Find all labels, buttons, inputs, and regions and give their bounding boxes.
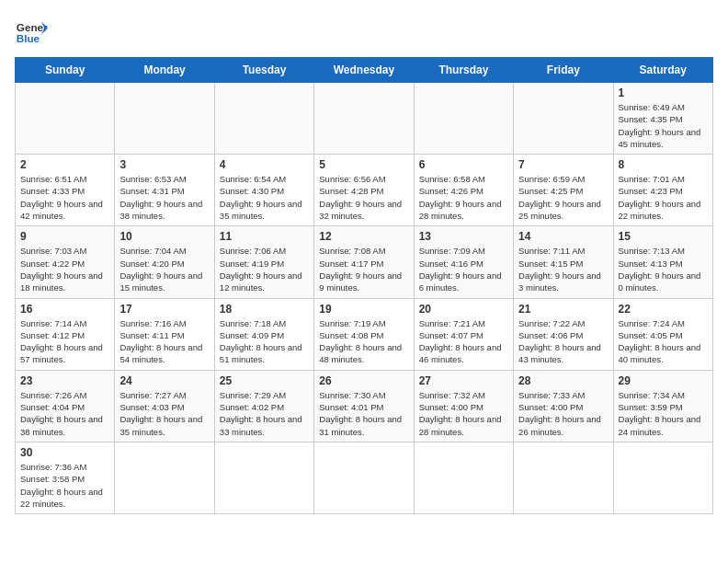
day-info: Sunrise: 6:54 AM Sunset: 4:30 PM Dayligh… bbox=[220, 173, 309, 222]
day-of-week-header: Wednesday bbox=[314, 58, 414, 83]
day-number: 1 bbox=[619, 86, 708, 99]
day-info: Sunrise: 7:21 AM Sunset: 4:07 PM Dayligh… bbox=[419, 317, 508, 366]
day-number: 8 bbox=[619, 158, 708, 171]
day-number: 22 bbox=[619, 303, 708, 316]
calendar-day-cell bbox=[414, 83, 513, 155]
calendar-week-row: 9Sunrise: 7:03 AM Sunset: 4:22 PM Daylig… bbox=[16, 226, 713, 298]
calendar-day-cell bbox=[514, 442, 613, 513]
calendar-day-cell: 2Sunrise: 6:51 AM Sunset: 4:33 PM Daylig… bbox=[16, 155, 115, 226]
day-number: 12 bbox=[319, 230, 408, 243]
day-info: Sunrise: 7:22 AM Sunset: 4:06 PM Dayligh… bbox=[518, 317, 608, 366]
calendar-day-cell bbox=[514, 83, 613, 155]
calendar-day-cell bbox=[16, 83, 115, 155]
day-info: Sunrise: 7:32 AM Sunset: 4:00 PM Dayligh… bbox=[419, 389, 508, 438]
day-of-week-header: Monday bbox=[115, 58, 214, 83]
calendar-day-cell bbox=[613, 442, 712, 513]
calendar-day-cell bbox=[314, 442, 414, 513]
calendar-day-cell bbox=[414, 442, 513, 513]
calendar-day-cell bbox=[214, 442, 313, 513]
calendar-day-cell: 4Sunrise: 6:54 AM Sunset: 4:30 PM Daylig… bbox=[214, 155, 313, 226]
day-info: Sunrise: 7:13 AM Sunset: 4:13 PM Dayligh… bbox=[619, 245, 708, 293]
calendar-day-cell: 7Sunrise: 6:59 AM Sunset: 4:25 PM Daylig… bbox=[514, 155, 613, 226]
day-info: Sunrise: 6:56 AM Sunset: 4:28 PM Dayligh… bbox=[319, 173, 408, 222]
day-info: Sunrise: 7:26 AM Sunset: 4:04 PM Dayligh… bbox=[20, 389, 109, 438]
calendar-day-cell: 8Sunrise: 7:01 AM Sunset: 4:23 PM Daylig… bbox=[613, 155, 712, 226]
calendar-day-cell bbox=[115, 83, 214, 155]
calendar-day-cell: 9Sunrise: 7:03 AM Sunset: 4:22 PM Daylig… bbox=[16, 226, 115, 298]
calendar-day-cell: 17Sunrise: 7:16 AM Sunset: 4:11 PM Dayli… bbox=[115, 298, 214, 370]
day-info: Sunrise: 7:33 AM Sunset: 4:00 PM Dayligh… bbox=[518, 389, 608, 438]
day-number: 18 bbox=[220, 303, 309, 316]
day-number: 10 bbox=[119, 230, 209, 243]
calendar-day-cell: 10Sunrise: 7:04 AM Sunset: 4:20 PM Dayli… bbox=[115, 226, 214, 298]
day-number: 27 bbox=[419, 374, 508, 387]
calendar-day-cell: 3Sunrise: 6:53 AM Sunset: 4:31 PM Daylig… bbox=[115, 155, 214, 226]
day-number: 15 bbox=[619, 230, 708, 243]
day-number: 28 bbox=[518, 374, 608, 387]
page-header: General Blue bbox=[15, 15, 713, 48]
day-number: 23 bbox=[20, 374, 109, 387]
calendar-day-cell: 5Sunrise: 6:56 AM Sunset: 4:28 PM Daylig… bbox=[314, 155, 414, 226]
day-number: 11 bbox=[220, 230, 309, 243]
day-number: 9 bbox=[20, 230, 109, 243]
day-number: 6 bbox=[419, 158, 508, 171]
day-of-week-header: Saturday bbox=[613, 58, 712, 83]
day-info: Sunrise: 7:14 AM Sunset: 4:12 PM Dayligh… bbox=[20, 317, 109, 366]
day-number: 14 bbox=[518, 230, 608, 243]
calendar-day-cell: 18Sunrise: 7:18 AM Sunset: 4:09 PM Dayli… bbox=[214, 298, 313, 370]
calendar-day-cell: 30Sunrise: 7:36 AM Sunset: 3:58 PM Dayli… bbox=[16, 442, 115, 513]
day-info: Sunrise: 7:27 AM Sunset: 4:03 PM Dayligh… bbox=[119, 389, 209, 438]
calendar-table: SundayMondayTuesdayWednesdayThursdayFrid… bbox=[15, 57, 713, 514]
day-info: Sunrise: 7:16 AM Sunset: 4:11 PM Dayligh… bbox=[119, 317, 209, 366]
day-info: Sunrise: 7:18 AM Sunset: 4:09 PM Dayligh… bbox=[220, 317, 309, 366]
day-info: Sunrise: 7:01 AM Sunset: 4:23 PM Dayligh… bbox=[619, 173, 708, 222]
day-number: 17 bbox=[119, 303, 209, 316]
calendar-day-cell: 12Sunrise: 7:08 AM Sunset: 4:17 PM Dayli… bbox=[314, 226, 414, 298]
logo: General Blue bbox=[15, 15, 48, 48]
calendar-day-cell bbox=[314, 83, 414, 155]
day-number: 20 bbox=[419, 303, 508, 316]
calendar-day-cell: 27Sunrise: 7:32 AM Sunset: 4:00 PM Dayli… bbox=[414, 370, 513, 442]
day-info: Sunrise: 7:06 AM Sunset: 4:19 PM Dayligh… bbox=[220, 245, 309, 293]
day-info: Sunrise: 6:51 AM Sunset: 4:33 PM Dayligh… bbox=[20, 173, 109, 222]
calendar-day-cell: 14Sunrise: 7:11 AM Sunset: 4:15 PM Dayli… bbox=[514, 226, 613, 298]
calendar-day-cell: 19Sunrise: 7:19 AM Sunset: 4:08 PM Dayli… bbox=[314, 298, 414, 370]
day-number: 5 bbox=[319, 158, 408, 171]
day-number: 16 bbox=[20, 303, 109, 316]
calendar-day-cell: 24Sunrise: 7:27 AM Sunset: 4:03 PM Dayli… bbox=[115, 370, 214, 442]
day-info: Sunrise: 7:11 AM Sunset: 4:15 PM Dayligh… bbox=[518, 245, 608, 293]
day-info: Sunrise: 6:53 AM Sunset: 4:31 PM Dayligh… bbox=[119, 173, 209, 222]
calendar-day-cell: 26Sunrise: 7:30 AM Sunset: 4:01 PM Dayli… bbox=[314, 370, 414, 442]
calendar-day-cell: 11Sunrise: 7:06 AM Sunset: 4:19 PM Dayli… bbox=[214, 226, 313, 298]
day-number: 25 bbox=[220, 374, 309, 387]
calendar-day-cell: 29Sunrise: 7:34 AM Sunset: 3:59 PM Dayli… bbox=[613, 370, 712, 442]
day-number: 7 bbox=[518, 158, 608, 171]
calendar-day-cell: 28Sunrise: 7:33 AM Sunset: 4:00 PM Dayli… bbox=[514, 370, 613, 442]
calendar-day-cell bbox=[214, 83, 313, 155]
calendar-day-cell: 16Sunrise: 7:14 AM Sunset: 4:12 PM Dayli… bbox=[16, 298, 115, 370]
day-info: Sunrise: 6:58 AM Sunset: 4:26 PM Dayligh… bbox=[419, 173, 508, 222]
day-info: Sunrise: 7:34 AM Sunset: 3:59 PM Dayligh… bbox=[619, 389, 708, 438]
calendar-day-cell: 13Sunrise: 7:09 AM Sunset: 4:16 PM Dayli… bbox=[414, 226, 513, 298]
day-of-week-header: Friday bbox=[514, 58, 613, 83]
day-number: 24 bbox=[119, 374, 209, 387]
day-info: Sunrise: 7:19 AM Sunset: 4:08 PM Dayligh… bbox=[319, 317, 408, 366]
calendar-day-cell: 22Sunrise: 7:24 AM Sunset: 4:05 PM Dayli… bbox=[613, 298, 712, 370]
day-info: Sunrise: 7:04 AM Sunset: 4:20 PM Dayligh… bbox=[119, 245, 209, 293]
calendar-header-row: SundayMondayTuesdayWednesdayThursdayFrid… bbox=[16, 58, 713, 83]
day-number: 30 bbox=[20, 446, 109, 459]
day-number: 26 bbox=[319, 374, 408, 387]
day-number: 2 bbox=[20, 158, 109, 171]
calendar-week-row: 1Sunrise: 6:49 AM Sunset: 4:35 PM Daylig… bbox=[16, 83, 713, 155]
calendar-week-row: 2Sunrise: 6:51 AM Sunset: 4:33 PM Daylig… bbox=[16, 155, 713, 226]
calendar-day-cell: 23Sunrise: 7:26 AM Sunset: 4:04 PM Dayli… bbox=[16, 370, 115, 442]
day-number: 4 bbox=[220, 158, 309, 171]
day-info: Sunrise: 7:29 AM Sunset: 4:02 PM Dayligh… bbox=[220, 389, 309, 438]
calendar-week-row: 30Sunrise: 7:36 AM Sunset: 3:58 PM Dayli… bbox=[16, 442, 713, 513]
day-info: Sunrise: 7:09 AM Sunset: 4:16 PM Dayligh… bbox=[419, 245, 508, 293]
logo-icon: General Blue bbox=[15, 15, 48, 48]
day-of-week-header: Tuesday bbox=[214, 58, 313, 83]
day-number: 13 bbox=[419, 230, 508, 243]
day-number: 21 bbox=[518, 303, 608, 316]
day-number: 19 bbox=[319, 303, 408, 316]
